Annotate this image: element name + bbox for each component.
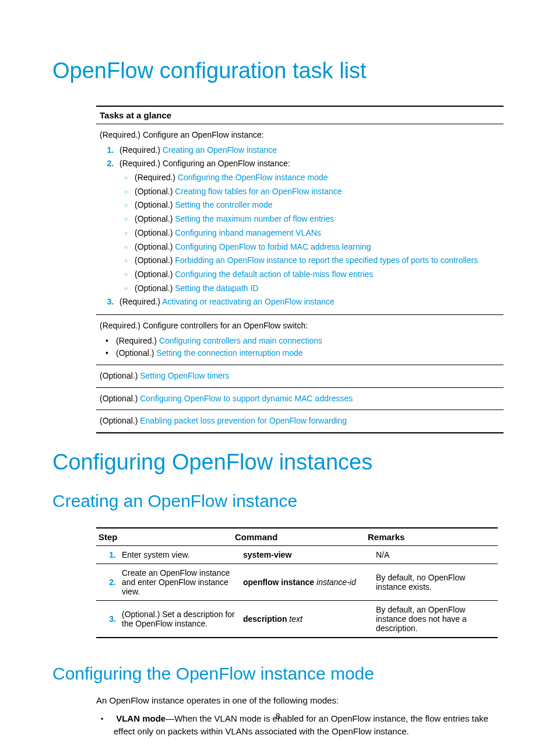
controller-item-b: (Optional.) Setting the connection inter…: [116, 347, 500, 360]
col-step-header: Step: [96, 532, 235, 542]
link-instance-mode[interactable]: Configuring the OpenFlow instance mode: [178, 173, 328, 182]
heading-task-list: OpenFlow configuration task list: [52, 58, 504, 83]
link-connection-interruption[interactable]: Setting the connection interruption mode: [156, 348, 302, 358]
prefix: (Optional.): [135, 228, 175, 237]
subtask-g: (Optional.) Forbidding an OpenFlow insta…: [135, 254, 500, 267]
steps-table: Step Command Remarks 1. Enter system vie…: [96, 527, 498, 638]
task-item-1: (Required.) Creating an OpenFlow instanc…: [116, 144, 500, 157]
task-item-2: (Required.) Configuring an OpenFlow inst…: [116, 158, 500, 295]
step-text: Create an OpenFlow instance and enter Op…: [122, 568, 243, 596]
step-text: (Optional.) Set a description for the Op…: [122, 610, 243, 628]
cmd-bold: description: [243, 614, 289, 624]
prefix: (Optional.): [135, 284, 175, 293]
prefix: (Optional.): [135, 187, 175, 196]
prefix: (Optional.): [116, 348, 156, 358]
link-activate-instance[interactable]: Activating or reactivating an OpenFlow i…: [162, 297, 335, 306]
controller-item-a: (Required.) Configuring controllers and …: [116, 335, 500, 348]
prefix: (Optional.): [100, 371, 140, 380]
subtask-a: (Required.) Configuring the OpenFlow ins…: [135, 172, 500, 184]
tasks-row-timers: (Optional.) Setting OpenFlow timers: [96, 365, 504, 388]
step-remarks: By default, no OpenFlow instance exists.: [376, 573, 498, 592]
cmd-bold: openflow instance: [243, 578, 316, 587]
steps-header-row: Step Command Remarks: [96, 528, 498, 546]
prefix: (Required.): [119, 145, 163, 155]
step-command: description text: [243, 614, 376, 624]
prefix: (Required.): [119, 297, 162, 306]
heading-configuring-instances: Configuring OpenFlow instances: [52, 450, 504, 475]
step-number: 1.: [96, 550, 122, 559]
link-flow-tables[interactable]: Creating flow tables for an OpenFlow ins…: [175, 187, 342, 196]
subtask-c: (Optional.) Setting the controller mode: [135, 199, 500, 212]
prefix: (Optional.): [135, 270, 175, 279]
step-row-3: 3. (Optional.) Set a description for the…: [96, 601, 498, 637]
page-number: 8: [0, 712, 556, 721]
link-forbid-mac[interactable]: Configuring OpenFlow to forbid MAC addre…: [175, 242, 371, 251]
tasks-row-dynamic-mac: (Optional.) Configuring OpenFlow to supp…: [96, 388, 504, 411]
step-remarks: By default, an OpenFlow instance does no…: [376, 605, 498, 633]
prefix: (Optional.): [135, 214, 175, 223]
row-intro: (Required.) Configure controllers for an…: [100, 320, 500, 332]
link-inband-vlans[interactable]: Configuring inband management VLANs: [175, 228, 321, 237]
subtask-f: (Optional.) Configuring OpenFlow to forb…: [135, 241, 500, 254]
subtask-d: (Optional.) Setting the maximum number o…: [135, 213, 500, 226]
link-packet-loss-prevention[interactable]: Enabling packet loss prevention for Open…: [140, 416, 347, 425]
step-command: openflow instance instance-id: [243, 578, 376, 587]
prefix: (Optional.): [100, 394, 140, 403]
prefix: (Required.): [116, 336, 159, 345]
body-intro: An OpenFlow instance operates in one of …: [96, 694, 504, 708]
tasks-row-configure-controllers: (Required.) Configure controllers for an…: [96, 315, 504, 365]
prefix: (Required.): [135, 173, 178, 182]
step-number: 2.: [96, 578, 122, 587]
heading-instance-mode: Configuring the OpenFlow instance mode: [52, 664, 504, 684]
tasks-table: Tasks at a glance (Required.) Configure …: [96, 106, 504, 433]
step-number: 3.: [96, 614, 122, 624]
step-command: system-view: [243, 550, 376, 559]
link-controllers-connections[interactable]: Configuring controllers and main connect…: [159, 336, 322, 345]
subtask-i: (Optional.) Setting the datapath ID: [135, 282, 500, 295]
step-text: Enter system view.: [122, 550, 243, 559]
link-forbid-report-ports[interactable]: Forbidding an OpenFlow instance to repor…: [175, 256, 478, 265]
link-openflow-timers[interactable]: Setting OpenFlow timers: [140, 371, 229, 380]
tasks-row-packet-loss: (Optional.) Enabling packet loss prevent…: [96, 410, 504, 432]
subtask-e: (Optional.) Configuring inband managemen…: [135, 227, 500, 240]
tasks-row-configure-instance: (Required.) Configure an OpenFlow instan…: [96, 124, 504, 315]
step-remarks: N/A: [376, 550, 498, 559]
text: (Required.) Configuring an OpenFlow inst…: [119, 159, 290, 168]
link-datapath-id[interactable]: Setting the datapath ID: [175, 284, 258, 293]
cmd-arg: instance-id: [316, 578, 356, 587]
subtask-b: (Optional.) Creating flow tables for an …: [135, 186, 500, 198]
row-intro: (Required.) Configure an OpenFlow instan…: [100, 129, 500, 142]
prefix: (Optional.): [100, 416, 140, 425]
prefix: (Optional.): [135, 200, 175, 209]
link-create-instance[interactable]: Creating an OpenFlow instance: [163, 145, 277, 155]
col-command-header: Command: [235, 532, 368, 542]
step-row-2: 2. Create an OpenFlow instance and enter…: [96, 564, 498, 601]
link-table-miss[interactable]: Configuring the default action of table-…: [175, 270, 373, 279]
subtask-h: (Optional.) Configuring the default acti…: [135, 268, 500, 281]
task-item-3: (Required.) Activating or reactivating a…: [116, 296, 500, 309]
prefix: (Optional.): [135, 256, 175, 265]
col-remarks-header: Remarks: [368, 532, 498, 542]
step-row-1: 1. Enter system view. system-view N/A: [96, 546, 498, 564]
cmd-bold: system-view: [243, 550, 291, 559]
link-controller-mode[interactable]: Setting the controller mode: [175, 200, 272, 209]
tasks-header-cell: Tasks at a glance: [96, 107, 504, 124]
cmd-arg: text: [289, 614, 302, 624]
prefix: (Optional.): [135, 242, 175, 251]
link-dynamic-mac[interactable]: Configuring OpenFlow to support dynamic …: [140, 394, 353, 403]
heading-creating-instance: Creating an OpenFlow instance: [52, 491, 504, 511]
link-max-flow-entries[interactable]: Setting the maximum number of flow entri…: [175, 214, 334, 223]
